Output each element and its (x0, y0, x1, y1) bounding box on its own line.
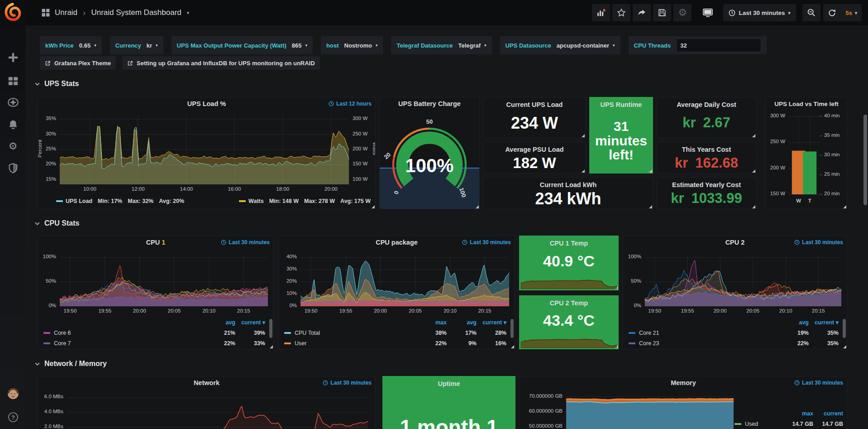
time-range-label: Last 30 minutes (739, 10, 785, 16)
resize-handle[interactable] (372, 205, 375, 208)
legend-sort-current[interactable]: current ▾ (477, 319, 506, 326)
star-button[interactable] (612, 4, 630, 21)
panel-title[interactable]: CPU 2 (725, 239, 745, 246)
panel-title[interactable]: CPU package (376, 239, 418, 246)
cpu2-graph[interactable]: 0%50%100%19:5019:5520:0020:0520:1020:15 (623, 249, 847, 317)
breadcrumb-app[interactable]: Unraid (55, 8, 77, 17)
panel-title[interactable]: Network (194, 379, 219, 386)
legend-item[interactable]: WattsMin: 148 WMax: 278 WAvg: 175 W (239, 198, 371, 204)
cpu-threads-input[interactable]: 32 (676, 39, 761, 52)
section-cpu-stats[interactable]: CPU Stats (34, 219, 79, 227)
external-link-icon (45, 60, 51, 66)
legend-scrollbar[interactable] (269, 319, 272, 338)
resize-handle[interactable] (511, 345, 514, 348)
breadcrumb-separator: › (83, 8, 86, 18)
share-button[interactable] (633, 4, 651, 21)
legend-sort-avg[interactable]: avg (205, 319, 235, 326)
resize-handle[interactable] (843, 205, 846, 208)
resize-handle[interactable] (843, 345, 846, 348)
legend-item[interactable]: Core 2119%35% (629, 328, 839, 338)
legend-item[interactable]: Core 722%33% (43, 338, 265, 348)
y-axis-label: Percent (38, 140, 43, 158)
cpu1-graph[interactable]: 0%50%100%19:5019:5520:0020:0520:1020:15 (38, 249, 273, 317)
section-ups-stats[interactable]: UPS Stats (34, 80, 79, 88)
variable-telegraf-datasource[interactable]: Telegraf Datasource Telegraf ▾ (391, 36, 491, 54)
legend-sort-current[interactable]: current ▾ (235, 319, 265, 326)
panel-average-daily-cost: Average Daily Cost kr2.67 (657, 97, 756, 138)
legend-item[interactable]: Used14.7 GB14.7 GB (734, 419, 843, 429)
grafana-logo-icon[interactable] (4, 3, 22, 21)
time-range-picker[interactable]: Last 30 minutes ▾ (723, 4, 796, 21)
breadcrumb-page[interactable]: Unraid System Dashboard (91, 8, 181, 17)
panel-title[interactable]: Memory (671, 379, 696, 386)
chevron-down-icon (34, 81, 40, 87)
zoom-out-button[interactable] (802, 4, 820, 21)
variable-ups-datasource[interactable]: UPS Datasource apcupsd-container ▾ (500, 36, 620, 54)
legend-item[interactable]: CPU Total38%17%28% (284, 328, 506, 338)
time-override[interactable]: Last 30 minutes (462, 239, 511, 246)
explore-compass-icon[interactable] (0, 93, 26, 112)
save-button[interactable] (653, 4, 671, 21)
legend-sort-max[interactable]: max (417, 319, 447, 326)
legend-item[interactable]: Core 621%39% (43, 328, 265, 338)
legend-sort-avg[interactable]: avg (779, 319, 809, 326)
time-override[interactable]: Last 12 hours (329, 101, 372, 107)
panel-network: Network Last 30 minutes 2.0 MBs4.0 MBs6.… (38, 376, 376, 429)
variable-kwh-price[interactable]: kWh Price 0.65 ▾ (40, 36, 102, 54)
legend-item[interactable]: Core 2322%35% (629, 338, 839, 348)
add-panel-button[interactable] (592, 4, 610, 21)
clock-icon (729, 10, 735, 16)
legend-item[interactable]: UPS LoadMin: 17%Max: 32%Avg: 20% (56, 198, 184, 204)
y2-axis-label: Watts (372, 142, 376, 155)
help-icon[interactable]: ? (0, 408, 26, 427)
graph-legend: maxavgcurrent ▾CPU Total38%17%28%User22%… (279, 317, 515, 349)
legend-sort-current[interactable]: current (813, 410, 843, 417)
variable-currency[interactable]: Currency kr ▾ (110, 36, 163, 54)
create-plus-icon[interactable] (0, 48, 26, 67)
panel-title[interactable]: UPS Load % (187, 100, 226, 107)
cycle-view-button[interactable] (699, 4, 717, 21)
caret-down-icon: ▾ (855, 10, 857, 15)
panel-title[interactable]: UPS Load vs Time left (774, 101, 839, 107)
time-override[interactable]: Last 30 minutes (323, 380, 372, 386)
panel-title[interactable]: UPS Battery Charge (398, 100, 461, 107)
load-vs-time-bars[interactable]: 150 W200 W250 W300 W20 min25 min30 min35… (766, 110, 847, 209)
section-network-memory[interactable]: Network / Memory (34, 360, 107, 368)
configuration-gear-icon[interactable]: ⚙ (0, 137, 26, 156)
dashboards-icon[interactable] (0, 72, 26, 91)
link-ups-monitoring-guide[interactable]: Setting up Grafana and InfluxDB for UPS … (122, 56, 320, 70)
variable-ups-max-output[interactable]: UPS Max Output Power Capacity (Watt) 865… (172, 36, 313, 54)
legend-sort-avg[interactable]: avg (447, 319, 477, 326)
panel-cpu-package: CPU package Last 30 minutes 0%10%20%30%4… (278, 236, 515, 349)
legend-scrollbar[interactable] (510, 319, 514, 338)
panel-ups-load-vs-time-left: UPS Load vs Time left 150 W200 W250 W300… (766, 97, 847, 209)
legend-scrollbar[interactable] (843, 319, 846, 338)
panel-title[interactable]: CPU 1 (146, 239, 166, 246)
chart-svg (38, 110, 375, 195)
dashboard-squares-icon[interactable] (41, 8, 50, 17)
legend-sort-max[interactable]: max (783, 410, 813, 417)
network-graph[interactable]: 2.0 MBs4.0 MBs6.0 MBs (38, 389, 375, 429)
variable-host[interactable]: host Nostromo ▾ (321, 36, 383, 54)
link-grafana-plex-theme[interactable]: Grafana Plex Theme (40, 56, 116, 70)
battery-gauge[interactable]: 02050100100% (380, 110, 479, 209)
panel-cpu1-temp: CPU 1 Temp 40.9 °C (519, 236, 619, 290)
breadcrumb-caret-icon[interactable]: ▾ (187, 10, 190, 16)
chart-svg (38, 249, 273, 317)
refresh-interval-dropdown[interactable]: 5s ▾ (841, 4, 862, 21)
user-avatar[interactable] (0, 384, 26, 403)
time-override[interactable]: Last 30 minutes (221, 239, 270, 246)
legend-sort-current[interactable]: current ▾ (809, 319, 839, 326)
alerting-bell-icon[interactable] (0, 115, 26, 134)
caret-down-icon: ▾ (94, 43, 96, 48)
server-admin-shield-icon[interactable] (0, 159, 26, 178)
settings-button[interactable]: ⚙ (673, 4, 692, 21)
resize-handle[interactable] (270, 345, 273, 348)
ups-load-graph[interactable]: 15%20%25%30%35%100 W150 W200 W250 W300 W… (38, 110, 375, 195)
legend-item[interactable]: User22%9%16% (284, 338, 506, 348)
cpu-package-graph[interactable]: 0%10%20%30%40%19:5019:5520:0020:0520:102… (279, 249, 515, 317)
time-override[interactable]: Last 30 minutes (794, 239, 843, 246)
refresh-button[interactable] (823, 4, 841, 21)
page-scrollbar[interactable] (863, 115, 867, 205)
time-override[interactable]: Last 30 minutes (794, 380, 843, 386)
